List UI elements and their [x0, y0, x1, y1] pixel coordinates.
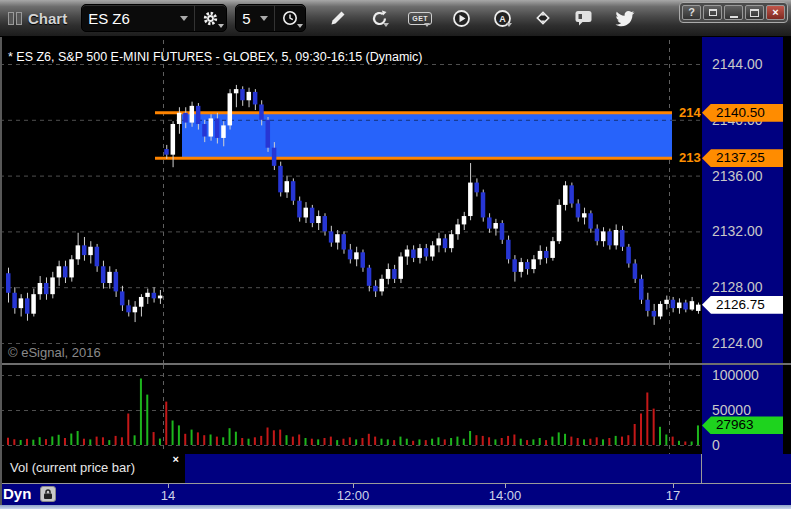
interval-select[interactable]: 5 — [236, 5, 274, 31]
get-data-button[interactable]: GET — [408, 6, 432, 30]
price-badge: 2140.50 — [702, 104, 791, 122]
toolbar-icons: GET A — [326, 6, 637, 30]
interval-group: 5 — [235, 4, 306, 32]
reload-button[interactable] — [367, 6, 391, 30]
chevron-down-icon — [218, 24, 224, 28]
symbol-link-button[interactable] — [531, 6, 555, 30]
play-icon — [452, 9, 471, 28]
lock-icon — [42, 488, 54, 500]
draw-button[interactable] — [326, 6, 350, 30]
volume-tick-label: 100000 — [712, 367, 759, 383]
comment-bubble-icon — [574, 9, 594, 27]
help-button[interactable]: ? — [682, 5, 701, 20]
time-axis-bar[interactable]: Dyn 1412:0014:0017 — [0, 483, 791, 505]
price-tick-label: 2136.00 — [712, 168, 763, 184]
time-tick-label: 12:00 — [337, 488, 370, 503]
svg-text:A: A — [499, 14, 506, 24]
chevron-down-icon — [383, 23, 389, 27]
volume-tick-label: 0 — [712, 437, 720, 453]
pane-separator[interactable] — [0, 363, 791, 365]
window-title: Chart — [28, 10, 67, 27]
volume-axis-strip — [185, 454, 702, 483]
gear-icon — [202, 10, 219, 27]
esignal-watermark: © eSignal, 2016 — [8, 345, 101, 360]
time-tick-label: 17 — [666, 488, 680, 503]
chart-window-icon — [8, 12, 22, 25]
pencil-icon — [329, 9, 347, 27]
close-button[interactable]: × — [766, 5, 785, 20]
axis-right-edge — [783, 37, 791, 454]
volume-pane[interactable] — [0, 365, 702, 454]
chevron-down-icon — [506, 23, 512, 27]
clock-icon — [282, 10, 298, 26]
price-badge: 2137.25 — [702, 149, 791, 167]
volume-badge: 27963 — [702, 416, 791, 434]
price-axis[interactable]: 2144.002140.002136.002132.002128.002124.… — [702, 37, 791, 505]
zone-bottom-price-label: 2137.25 — [679, 150, 701, 166]
symbol-select[interactable]: ES Z6 — [82, 5, 194, 31]
time-template-button[interactable] — [274, 5, 305, 31]
price-tick-label: 2144.00 — [712, 56, 763, 72]
chevron-down-icon — [424, 23, 430, 27]
close-study-icon[interactable]: × — [173, 453, 179, 465]
time-tick-label: 14 — [161, 488, 175, 503]
price-chart-plot[interactable] — [0, 37, 702, 363]
dynamic-mode-button[interactable]: Dyn — [3, 485, 31, 502]
price-tick-label: 2124.00 — [712, 335, 763, 351]
window-left-edge — [0, 37, 2, 505]
symbol-value: ES Z6 — [88, 10, 130, 27]
volume-study-title: Vol (current price bar) — [10, 460, 135, 475]
minimize-icon — [730, 16, 738, 18]
twitter-icon — [615, 10, 635, 27]
symbol-group: ES Z6 — [81, 4, 227, 32]
window-controls: ? × — [679, 2, 788, 23]
time-tick-label: 14:00 — [489, 488, 522, 503]
window-bottom-edge — [0, 505, 791, 509]
minimize-button[interactable] — [724, 5, 743, 20]
chart-window: Chart ES Z6 5 — [0, 0, 791, 509]
price-tick-label: 2132.00 — [712, 223, 763, 239]
price-chart-pane[interactable]: * ES Z6, S&P 500 E-MINI FUTURES - GLOBEX… — [0, 37, 702, 363]
link-diamond-icon — [534, 9, 552, 27]
volume-study-label[interactable]: Vol (current price bar) × — [2, 453, 185, 482]
volume-tick-label: 50000 — [712, 402, 751, 418]
scale-lock-button[interactable] — [40, 486, 56, 502]
play-button[interactable] — [449, 6, 473, 30]
chart-title: * ES Z6, S&P 500 E-MINI FUTURES - GLOBEX… — [8, 50, 423, 64]
comment-button[interactable] — [572, 6, 596, 30]
chevron-down-icon — [260, 16, 268, 21]
volume-plot[interactable] — [0, 365, 702, 454]
zone-top-price-label: 2140.50 — [679, 105, 701, 121]
price-badge: 2126.75 — [702, 296, 791, 314]
symbol-settings-button[interactable] — [194, 5, 226, 31]
twitter-share-button[interactable] — [613, 6, 637, 30]
price-tick-label: 2128.00 — [712, 279, 763, 295]
toolbar: Chart ES Z6 5 — [0, 0, 791, 37]
alerts-button[interactable]: A — [490, 6, 514, 30]
restore-window-button[interactable] — [703, 5, 722, 20]
chevron-down-icon — [180, 16, 188, 21]
maximize-button[interactable] — [745, 5, 764, 20]
restore-icon — [709, 9, 717, 16]
maximize-icon — [750, 9, 759, 17]
chevron-down-icon — [297, 24, 303, 28]
interval-value: 5 — [242, 10, 250, 27]
